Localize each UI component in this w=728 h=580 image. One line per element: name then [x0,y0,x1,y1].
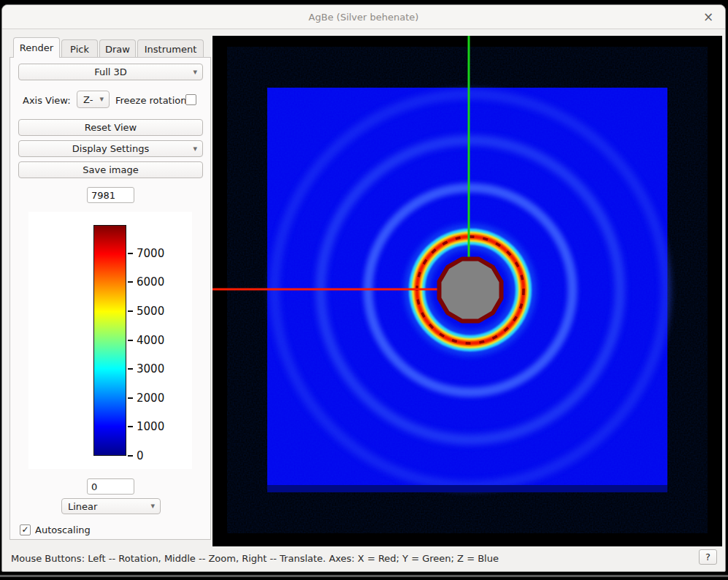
reset-view-button[interactable]: Reset View [18,119,203,136]
colorbar-tick: 2000 [128,392,164,405]
projection-select[interactable]: Full 3D ▾ [18,64,203,80]
chevron-down-icon: ▾ [150,501,155,511]
render-viewport[interactable] [212,36,722,546]
chevron-down-icon: ▾ [99,94,104,104]
colorbar-tick: 1000 [128,420,164,433]
colorbar-tick: 6000 [128,275,164,289]
freeze-rotation-checkbox[interactable]: ✓ [185,94,196,105]
tab-render[interactable]: Render [13,37,60,58]
axis-view-label: Axis View: [23,95,71,106]
colorbar-panel: 70006000500040003000200010000 [28,212,192,469]
autoscaling-label: Autoscaling [35,524,91,535]
tab-pick[interactable]: Pick [61,39,98,58]
detector-bottom-strip [267,485,667,492]
colorbar-tick: 5000 [128,305,164,318]
freeze-rotation-label: Freeze rotation [115,95,187,106]
window-title: AgBe (Silver behenate) [309,12,419,23]
chevron-down-icon: ▾ [193,143,197,153]
scale-min-input[interactable] [87,478,134,495]
tab-draw-label: Draw [105,44,130,55]
projection-value: Full 3D [94,66,127,77]
reset-view-label: Reset View [85,122,137,133]
status-text: Mouse Buttons: Left -- Rotation, Middle … [11,553,499,564]
tab-instrument[interactable]: Instrument [137,39,204,58]
tab-render-label: Render [20,42,53,53]
beamstop [440,259,502,321]
axis-view-value: Z- [83,94,93,105]
colorbar-tick: 3000 [128,362,164,375]
colorbar-ticks: 70006000500040003000200010000 [128,225,190,456]
instrument-view-window: AgBe (Silver behenate) × Render Pick Dra… [1,4,726,572]
save-image-button[interactable]: Save image [18,161,203,178]
tab-instrument-label: Instrument [145,44,197,55]
tab-draw[interactable]: Draw [99,39,136,58]
scale-type-select[interactable]: Linear ▾ [61,498,161,514]
chevron-down-icon: ▾ [193,66,197,76]
status-bar: Mouse Buttons: Left -- Rotation, Middle … [2,545,725,571]
tab-pick-label: Pick [70,44,89,55]
save-image-label: Save image [83,164,139,175]
axis-view-select[interactable]: Z- ▾ [77,91,110,108]
colorbar-gradient[interactable] [93,225,126,456]
help-icon: ? [705,552,710,562]
titlebar[interactable]: AgBe (Silver behenate) × [2,5,725,29]
colorbar-tick: 0 [128,449,144,462]
desktop-edge-line [0,575,728,577]
checkmark-icon: ✓ [21,525,28,534]
detector-svg [212,36,722,546]
display-settings-label: Display Settings [72,143,149,154]
colorbar-tick: 4000 [128,334,164,347]
scale-max-input[interactable] [87,187,134,203]
close-icon[interactable]: × [702,10,715,23]
colorbar-tick: 7000 [128,247,164,260]
autoscaling-checkbox[interactable]: ✓ [20,524,31,535]
help-button[interactable]: ? [699,549,717,565]
display-settings-button[interactable]: Display Settings ▾ [18,140,203,157]
scale-type-value: Linear [68,501,97,512]
